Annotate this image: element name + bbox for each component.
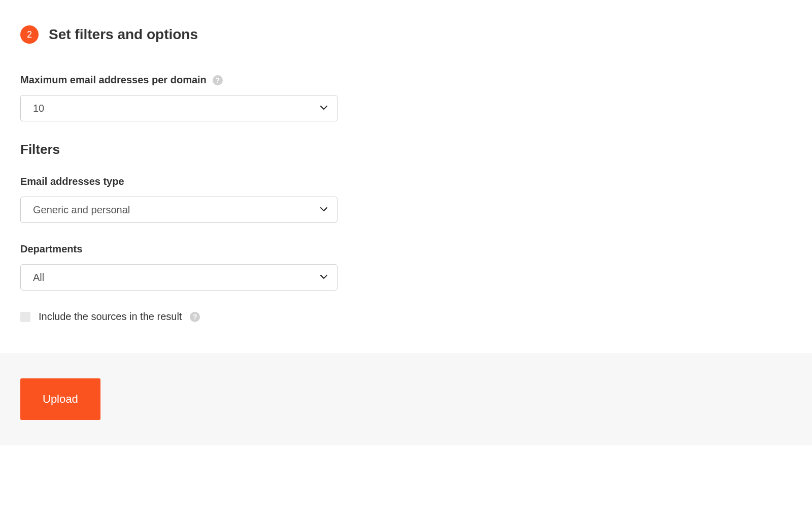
step-number-badge: 2 bbox=[20, 25, 39, 44]
email-type-field: Email addresses type Generic and persona… bbox=[20, 176, 337, 223]
include-sources-checkbox[interactable] bbox=[20, 312, 30, 322]
include-sources-row: Include the sources in the result ? bbox=[20, 311, 792, 323]
max-emails-select-wrapper: 10 bbox=[20, 95, 337, 121]
departments-select-wrapper: All bbox=[20, 264, 337, 291]
departments-label: Departments bbox=[20, 243, 337, 255]
step-title: Set filters and options bbox=[49, 26, 198, 43]
step-header: 2 Set filters and options bbox=[20, 25, 792, 44]
include-sources-label[interactable]: Include the sources in the result bbox=[39, 311, 182, 323]
departments-select[interactable]: All bbox=[20, 264, 337, 291]
upload-button[interactable]: Upload bbox=[20, 378, 100, 420]
email-type-select-wrapper: Generic and personal bbox=[20, 197, 337, 223]
max-emails-label-text: Maximum email addresses per domain bbox=[20, 74, 207, 86]
email-type-label-text: Email addresses type bbox=[20, 176, 124, 187]
help-icon[interactable]: ? bbox=[213, 75, 223, 85]
max-emails-label: Maximum email addresses per domain ? bbox=[20, 74, 337, 86]
filters-heading: Filters bbox=[20, 142, 792, 157]
max-emails-select[interactable]: 10 bbox=[20, 95, 337, 121]
step-number-text: 2 bbox=[27, 29, 32, 40]
departments-label-text: Departments bbox=[20, 243, 82, 255]
help-icon[interactable]: ? bbox=[190, 312, 200, 322]
email-type-label: Email addresses type bbox=[20, 176, 337, 187]
max-emails-field: Maximum email addresses per domain ? 10 bbox=[20, 74, 337, 121]
email-type-select[interactable]: Generic and personal bbox=[20, 197, 337, 223]
departments-field: Departments All bbox=[20, 243, 337, 291]
footer-bar: Upload bbox=[0, 353, 812, 445]
